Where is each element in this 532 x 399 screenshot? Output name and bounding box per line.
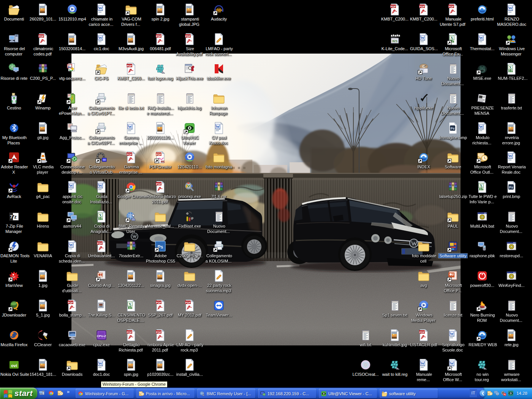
svg-text:W: W	[98, 35, 103, 40]
svg-text:X: X	[509, 65, 512, 70]
svg-text:Ps: Ps	[450, 127, 454, 130]
svg-text:X: X	[128, 302, 131, 306]
svg-text:PDF: PDF	[185, 35, 191, 38]
svg-text:W: W	[98, 361, 103, 366]
svg-text:W: W	[479, 124, 483, 129]
svg-text:ovi: ovi	[11, 363, 17, 368]
svg-text:PDF: PDF	[449, 5, 454, 8]
svg-text:7: 7	[10, 214, 13, 220]
svg-text:W: W	[450, 361, 454, 366]
svg-text:W: W	[128, 124, 132, 129]
svg-text:W: W	[450, 331, 454, 336]
svg-text:PDF: PDF	[156, 153, 162, 156]
svg-text:PDF: PDF	[185, 301, 191, 304]
svg-text:PDF: PDF	[420, 331, 425, 334]
svg-text:PDF: PDF	[156, 331, 162, 334]
svg-text:CPU-Z: CPU-Z	[97, 334, 106, 338]
svg-text:W: W	[98, 183, 103, 188]
svg-text:W: W	[69, 242, 73, 247]
svg-text:X: X	[450, 35, 453, 40]
svg-text:X: X	[480, 183, 483, 188]
svg-text:PDF: PDF	[420, 5, 425, 8]
svg-text:DWP: DWP	[161, 161, 165, 163]
svg-text:W: W	[421, 35, 425, 40]
svg-text:PDF: PDF	[156, 35, 162, 38]
svg-text:PDF: PDF	[156, 183, 162, 185]
svg-text:W: W	[421, 361, 425, 366]
svg-text:PDF: PDF	[156, 301, 162, 304]
svg-text:W: W	[69, 183, 73, 188]
svg-text:PDF: PDF	[127, 65, 133, 67]
svg-text:W: W	[216, 124, 220, 129]
svg-text:W: W	[508, 6, 513, 10]
svg-text:PDF: PDF	[391, 5, 396, 8]
svg-text:X: X	[99, 213, 102, 217]
svg-text:W: W	[479, 35, 483, 40]
svg-text:PDF: PDF	[127, 153, 133, 156]
svg-text:PDF: PDF	[127, 331, 133, 334]
svg-text:Ps: Ps	[509, 185, 513, 189]
svg-text:PDF: PDF	[97, 242, 103, 245]
svg-text:W: W	[508, 154, 513, 158]
svg-text:PDF: PDF	[39, 35, 44, 38]
svg-text:321: 321	[392, 39, 397, 43]
svg-text:PDF: PDF	[68, 301, 74, 304]
svg-text:W: W	[98, 6, 103, 10]
